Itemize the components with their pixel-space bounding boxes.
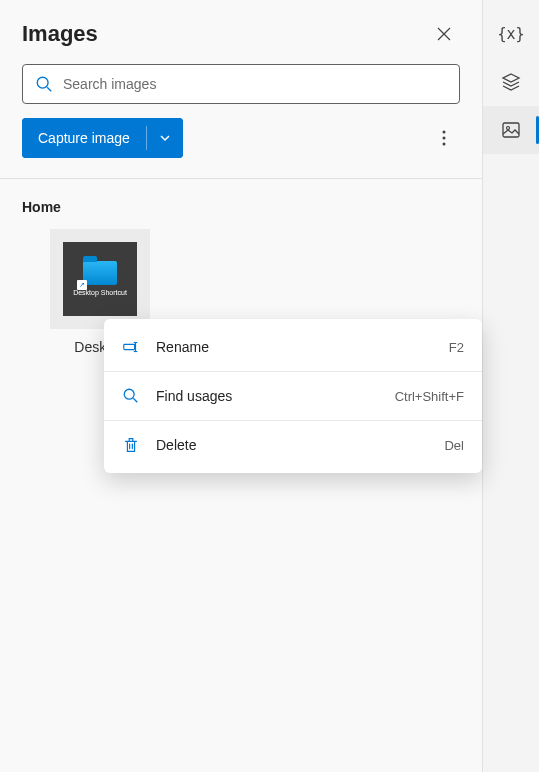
thumbnail-inner-text: Desktop Shortcut <box>73 289 127 297</box>
svg-point-0 <box>37 77 48 88</box>
rail-item-variables[interactable]: {x} <box>483 10 539 58</box>
more-options-button[interactable] <box>428 122 460 154</box>
svg-point-2 <box>443 131 446 134</box>
svg-rect-5 <box>124 344 135 349</box>
content-area: Home ↗ Desktop Shortcut Desktop Rename F… <box>0 179 482 375</box>
more-vertical-icon <box>442 130 446 146</box>
menu-separator <box>104 371 482 372</box>
menu-item-delete[interactable]: Delete Del <box>104 423 482 467</box>
delete-icon <box>122 436 142 454</box>
search-field[interactable] <box>22 64 460 104</box>
menu-shortcut: Del <box>444 438 464 453</box>
svg-rect-11 <box>503 123 519 137</box>
image-icon <box>501 120 521 140</box>
svg-point-4 <box>443 143 446 146</box>
svg-point-9 <box>124 389 134 399</box>
image-thumbnail[interactable]: ↗ Desktop Shortcut <box>50 229 150 329</box>
rename-icon <box>122 338 142 356</box>
chevron-down-icon <box>159 132 171 144</box>
search-container <box>0 64 482 118</box>
rail-item-layers[interactable] <box>483 58 539 106</box>
capture-split-button: Capture image <box>22 118 183 158</box>
menu-shortcut: F2 <box>449 340 464 355</box>
variables-icon: {x} <box>497 25 524 43</box>
svg-point-3 <box>443 137 446 140</box>
menu-label: Rename <box>156 339 435 355</box>
thumbnail-preview: ↗ Desktop Shortcut <box>63 242 137 316</box>
svg-line-10 <box>133 398 137 402</box>
layers-icon <box>501 72 521 92</box>
menu-label: Delete <box>156 437 430 453</box>
menu-label: Find usages <box>156 388 381 404</box>
capture-button[interactable]: Capture image <box>22 118 146 158</box>
folder-icon <box>83 261 117 285</box>
capture-dropdown-button[interactable] <box>147 118 183 158</box>
rail-item-images[interactable] <box>483 106 539 154</box>
search-input[interactable] <box>63 76 447 92</box>
search-icon <box>122 387 142 405</box>
section-label: Home <box>22 199 460 215</box>
close-icon <box>437 27 451 41</box>
menu-item-rename[interactable]: Rename F2 <box>104 325 482 369</box>
svg-line-1 <box>47 87 51 91</box>
toolbar: Capture image <box>0 118 482 178</box>
panel-header: Images <box>0 0 482 64</box>
panel-title: Images <box>22 21 98 47</box>
context-menu: Rename F2 Find usages Ctrl+Shift+F Delet… <box>104 319 482 473</box>
search-icon <box>35 75 53 93</box>
menu-shortcut: Ctrl+Shift+F <box>395 389 464 404</box>
images-panel: Images Capture image Home <box>0 0 483 772</box>
menu-item-find-usages[interactable]: Find usages Ctrl+Shift+F <box>104 374 482 418</box>
close-button[interactable] <box>428 18 460 50</box>
side-rail: {x} <box>483 0 539 772</box>
menu-separator <box>104 420 482 421</box>
svg-point-12 <box>507 127 510 130</box>
shortcut-arrow-icon: ↗ <box>77 280 87 290</box>
